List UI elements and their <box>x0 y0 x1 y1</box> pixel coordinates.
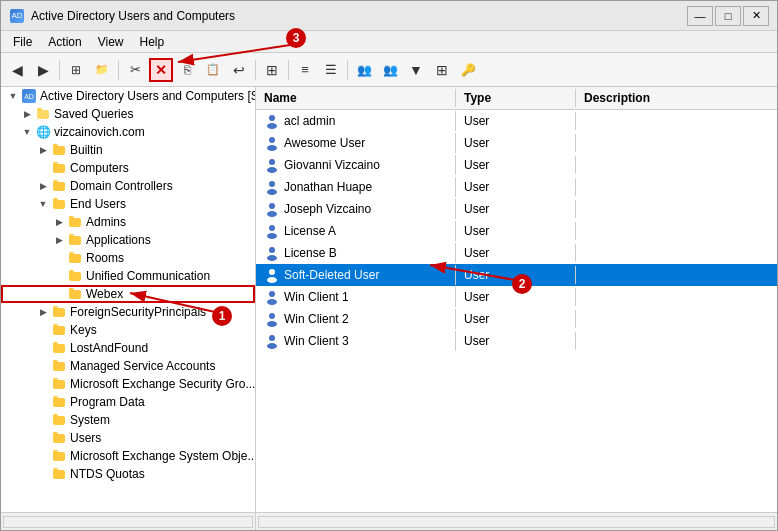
list-row[interactable]: Soft-Deleted User User <box>256 264 777 286</box>
list-row[interactable]: License A User <box>256 220 777 242</box>
right-scrollbar[interactable] <box>258 516 775 528</box>
col-header-desc[interactable]: Description <box>576 89 777 107</box>
main-area: ▼ AD Active Directory Users and Computer… <box>1 87 777 512</box>
user-icon <box>264 267 280 283</box>
tree-item-lost-found[interactable]: LostAndFound <box>1 339 255 357</box>
list-row[interactable]: Win Client 3 User <box>256 330 777 352</box>
end-users-toggle: ▼ <box>35 196 51 212</box>
row-desc <box>576 163 777 167</box>
tree-item-program-data[interactable]: Program Data <box>1 393 255 411</box>
close-button[interactable]: ✕ <box>743 6 769 26</box>
tree-item-unified-comm[interactable]: Unified Communication <box>1 267 255 285</box>
svg-point-3 <box>267 145 277 151</box>
svg-point-2 <box>269 137 275 143</box>
tree-item-rooms[interactable]: Rooms <box>1 249 255 267</box>
minimize-button[interactable]: — <box>687 6 713 26</box>
tree-item-admins[interactable]: ▶ Admins <box>1 213 255 231</box>
tree-item-foreign-security[interactable]: ▶ ForeignSecurityPrincipals <box>1 303 255 321</box>
tree-item-ntds-quotas[interactable]: NTDS Quotas <box>1 465 255 483</box>
list-panel: Name Type Description acl admin User <box>256 87 777 512</box>
builtin-label: Builtin <box>70 143 103 157</box>
cut-button[interactable]: ✂ <box>123 58 147 82</box>
list-row[interactable]: Win Client 2 User <box>256 308 777 330</box>
row-desc <box>576 141 777 145</box>
applications-icon <box>67 232 83 248</box>
list-row[interactable]: Awesome User User <box>256 132 777 154</box>
row-name: Soft-Deleted User <box>256 265 456 285</box>
tree-item-ms-exchange-sec[interactable]: Microsoft Exchange Security Gro... <box>1 375 255 393</box>
menu-file[interactable]: File <box>5 33 40 51</box>
tree-item-builtin[interactable]: ▶ Builtin <box>1 141 255 159</box>
list-row[interactable]: Giovanni Vizcaino User <box>256 154 777 176</box>
user-icon <box>264 311 280 327</box>
forward-button[interactable]: ▶ <box>31 58 55 82</box>
tree-item-computers[interactable]: Computers <box>1 159 255 177</box>
view-detail-button[interactable]: ☰ <box>319 58 343 82</box>
user-icon <box>264 245 280 261</box>
delete-button[interactable]: ✕ <box>149 58 173 82</box>
svg-point-1 <box>267 123 277 129</box>
filter-down-button[interactable]: ▼ <box>404 58 428 82</box>
row-desc <box>576 273 777 277</box>
tree-item-system[interactable]: System <box>1 411 255 429</box>
list-row[interactable]: Joseph Vizcaino User <box>256 198 777 220</box>
filter-users-button[interactable]: 👥 <box>352 58 376 82</box>
menu-help[interactable]: Help <box>132 33 173 51</box>
tree-item-applications[interactable]: ▶ Applications <box>1 231 255 249</box>
tree-item-saved-queries[interactable]: ▶ Saved Queries <box>1 105 255 123</box>
ntds-toggle <box>35 466 51 482</box>
menu-view[interactable]: View <box>90 33 132 51</box>
tree-item-ms-exchange-sys[interactable]: Microsoft Exchange System Obje... <box>1 447 255 465</box>
maximize-button[interactable]: □ <box>715 6 741 26</box>
keys-icon <box>51 322 67 338</box>
back-button[interactable]: ◀ <box>5 58 29 82</box>
tree-item-domain[interactable]: ▼ 🌐 vizcainovich.com <box>1 123 255 141</box>
filter-grid-button[interactable]: ⊞ <box>430 58 454 82</box>
row-type: User <box>456 112 576 130</box>
tree-item-domain-controllers[interactable]: ▶ Domain Controllers <box>1 177 255 195</box>
list-row[interactable]: License B User <box>256 242 777 264</box>
saved-queries-label: Saved Queries <box>54 107 133 121</box>
view-list-button[interactable]: ≡ <box>293 58 317 82</box>
svg-point-17 <box>267 299 277 305</box>
saved-queries-icon <box>35 106 51 122</box>
svg-point-9 <box>267 211 277 217</box>
row-type: User <box>456 288 576 306</box>
row-type: User <box>456 332 576 350</box>
tree-item-end-users[interactable]: ▼ End Users <box>1 195 255 213</box>
tree-item-keys[interactable]: Keys <box>1 321 255 339</box>
col-header-name[interactable]: Name <box>256 89 456 107</box>
meso-label: Microsoft Exchange System Obje... <box>70 449 256 463</box>
mesg-icon <box>51 376 67 392</box>
list-row[interactable]: Win Client 1 User <box>256 286 777 308</box>
menu-action[interactable]: Action <box>40 33 89 51</box>
tree-item-managed-service[interactable]: Managed Service Accounts <box>1 357 255 375</box>
filter-users2-button[interactable]: 👥 <box>378 58 402 82</box>
tree-item-webex[interactable]: Webex <box>1 285 255 303</box>
fsp-icon <box>51 304 67 320</box>
users-folder-icon <box>51 430 67 446</box>
row-name: Win Client 2 <box>256 309 456 329</box>
lf-toggle <box>35 340 51 356</box>
svg-point-14 <box>269 269 275 275</box>
msa-toggle <box>35 358 51 374</box>
list-row[interactable]: acl admin User <box>256 110 777 132</box>
col-header-type[interactable]: Type <box>456 89 576 107</box>
tree-root[interactable]: ▼ AD Active Directory Users and Computer… <box>1 87 255 105</box>
list-row[interactable]: Jonathan Huape User <box>256 176 777 198</box>
user-icon <box>264 333 280 349</box>
show-tree-button[interactable]: ⊞ <box>64 58 88 82</box>
copy-button[interactable]: ⎘ <box>175 58 199 82</box>
left-scrollbar[interactable] <box>3 516 253 528</box>
undo-button[interactable]: ↩ <box>227 58 251 82</box>
folder-button[interactable]: 📁 <box>90 58 114 82</box>
toolbar-sep-5 <box>347 60 348 80</box>
users-toggle <box>35 430 51 446</box>
builtin-icon <box>51 142 67 158</box>
paste-button[interactable]: 📋 <box>201 58 225 82</box>
fsp-toggle: ▶ <box>35 304 51 320</box>
tree-item-users[interactable]: Users <box>1 429 255 447</box>
filter-key-button[interactable]: 🔑 <box>456 58 480 82</box>
properties-button[interactable]: ⊞ <box>260 58 284 82</box>
fsp-label: ForeignSecurityPrincipals <box>70 305 206 319</box>
